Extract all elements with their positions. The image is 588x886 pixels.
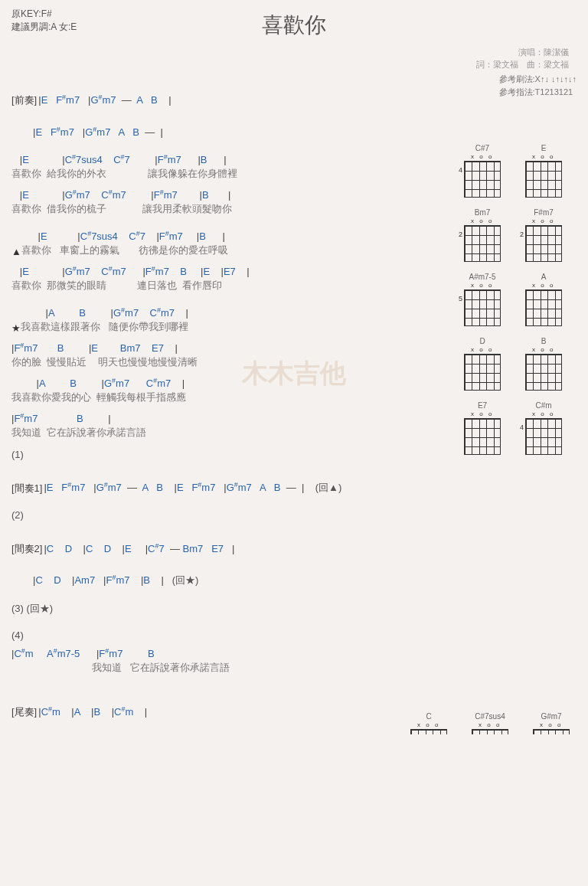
chord-diagram: Bm7x o o2	[459, 208, 505, 262]
intro-line-2: |E F#m7 |G#m7 A B — |	[33, 112, 577, 139]
chord-name: Bm7	[459, 208, 505, 217]
chord-name: G#m7	[528, 712, 574, 721]
chord-name: A	[521, 273, 567, 281]
lyric-line: 喜歡你 那微笑的眼睛 連日落也 看作唇印	[11, 279, 250, 293]
chord-line: |E F#m7 |G#m7 A B — |	[33, 126, 163, 139]
section-label: [尾奏]	[11, 705, 37, 719]
lyric-line: 我喜歡你愛我的心 輕觸我每根手指感應	[11, 391, 186, 404]
chord-diagram: F#m7x o o2	[521, 208, 567, 262]
sequence-2: (2)	[11, 509, 577, 521]
open-mute: x o o	[459, 346, 505, 353]
chord-diagram: Ax o o	[521, 273, 567, 326]
fretboard-icon	[464, 418, 501, 455]
chord-line: |C#m |A |B |C#m |	[38, 705, 147, 719]
chord-name: C#7sus4	[467, 712, 513, 721]
chord-line: |A B |G#m7 C#m7 |	[21, 306, 188, 320]
open-mute: x o o	[521, 346, 567, 353]
fretboard-icon: 4	[525, 418, 562, 455]
lyric-line: 喜歡你 車窗上的霧氣 彷彿是你的愛在呼吸	[21, 244, 228, 257]
chord-name: A#m7-5	[459, 273, 505, 281]
fret-number: 4	[520, 423, 524, 431]
header: 原KEY:F# 建議男調:A 女:E 喜歡你 演唱：陳潔儀 詞：梁文福 曲：梁文…	[0, 0, 588, 75]
chord-name: E	[521, 144, 567, 152]
section-marker: ▲	[11, 246, 21, 257]
open-mute: x o o	[459, 153, 505, 160]
chord-name: C#7	[459, 144, 505, 152]
chord-diagram: Dx o o	[459, 337, 505, 391]
fretboard-icon	[525, 354, 562, 391]
open-mute: x o o	[528, 721, 574, 728]
intro-line-1: [前奏] |E F#m7 |G#m7 — A B |	[11, 80, 577, 107]
interlude-2b: |C D |Am7 |F#m7 |B | (回★)	[33, 561, 577, 588]
chord-name: D	[459, 337, 505, 345]
lyric-line: 喜歡你 借我你的梳子 讓我用柔軟頭髮吻你	[11, 202, 232, 216]
fret-number: 2	[459, 230, 462, 238]
sequence-3: (3) (回★)	[11, 602, 577, 616]
chord-diagrams: C#7x o o4Ex o oBm7x o o2F#m7x o o2A#m7-5…	[459, 144, 574, 466]
fret-number: 5	[459, 295, 462, 302]
chord-diagram: G#m7x o o4	[528, 712, 574, 734]
fretboard-icon: 4	[533, 729, 570, 734]
fretboard-icon: 4	[472, 729, 508, 734]
chord-line: |A B |G#m7 C#m7 |	[11, 377, 186, 391]
open-mute: x o o	[521, 282, 567, 289]
chord-line: |E |C#7sus4 C#7 |F#m7 |B |	[11, 153, 237, 167]
chord-line: |E |G#m7 C#m7 |F#m7 B |E |E7 |	[11, 265, 250, 279]
section-label: [間奏1]	[11, 482, 42, 495]
open-mute: x o o	[521, 153, 567, 160]
section-label: [前奏]	[11, 93, 37, 107]
open-mute: x o o	[459, 217, 505, 224]
open-mute: x o o	[406, 721, 452, 728]
finger-pattern: 參考指法:T1213121	[499, 86, 577, 99]
fretboard-icon	[410, 729, 447, 734]
ending-line: |C#m A#m7-5 |F#m7 B 我知道 它在訴說著你承諾言語	[11, 647, 577, 675]
lyric-line: 喜歡你 給我你的外衣 讓我像躲在你身體裡	[11, 167, 237, 181]
chord-line: |E F#m7 |G#m7 — A B |	[38, 93, 171, 107]
chord-line: |C#m A#m7-5 |F#m7 B	[11, 647, 230, 661]
open-mute: x o o	[459, 410, 505, 417]
fretboard-icon: 2	[525, 225, 562, 262]
chord-diagram: E7x o o	[459, 401, 505, 455]
diagram-row: E7x o oC#mx o o4	[459, 401, 574, 455]
fret-number: 4	[459, 166, 462, 174]
chord-line: |E |C#7sus4 C#7 |F#m7 |B |	[21, 230, 228, 244]
chord-name: C#m	[521, 401, 567, 410]
diagram-row: Dx o oBx o o	[459, 337, 574, 391]
chord-diagram: Bx o o	[521, 337, 567, 391]
song-title: 喜歡你	[11, 11, 577, 40]
fretboard-icon	[525, 161, 562, 198]
diagram-row: A#m7-5x o o5Ax o o	[459, 273, 574, 326]
fretboard-icon	[525, 289, 562, 326]
chord-line: |E |G#m7 C#m7 |F#m7 |B |	[11, 188, 232, 202]
fret-number: 2	[520, 230, 524, 238]
open-mute: x o o	[467, 721, 513, 728]
chord-line: |C D |Am7 |F#m7 |B | (回★)	[33, 574, 198, 587]
chord-name: F#m7	[521, 208, 567, 217]
fretboard-icon: 4	[464, 161, 501, 198]
fretboard-icon	[464, 354, 501, 391]
chord-diagram: C#7x o o4	[459, 144, 505, 198]
reference-patterns: 參考刷法:X↑↓ ↓↑↓↑↓↑ 參考指法:T1213121	[499, 73, 577, 98]
open-mute: x o o	[521, 410, 567, 417]
open-mute: x o o	[521, 217, 567, 224]
chord-diagram: Ex o o	[521, 144, 567, 198]
section-label: [間奏2]	[11, 542, 42, 556]
chord-name: B	[521, 337, 567, 345]
chord-line: |F#m7 B |	[11, 412, 146, 426]
strum-pattern: 參考刷法:X↑↓ ↓↑↓↑↓↑	[499, 73, 577, 86]
interlude-1: [間奏1] |E F#m7 |G#m7 — A B |E F#m7 |G#m7 …	[11, 468, 577, 495]
chord-diagram: C#mx o o4	[521, 401, 567, 455]
section-marker: ★	[11, 322, 21, 334]
chord-diagrams-row: Cx o oC#7sus4x o o4G#m7x o o4	[406, 712, 574, 734]
lyric-line: 你的臉 慢慢貼近 明天也慢慢地慢慢清晰	[11, 355, 198, 369]
fretboard-icon: 2	[464, 225, 501, 262]
diagram-row: C#7x o o4Ex o o	[459, 144, 574, 198]
open-mute: x o o	[459, 282, 505, 289]
chord-diagram: C#7sus4x o o4	[467, 712, 513, 734]
chord-line: |E F#m7 |G#m7 — A B |E F#m7 |G#m7 A B — …	[44, 481, 341, 495]
chord-diagram: A#m7-5x o o5	[459, 273, 505, 326]
chord-name: C	[406, 712, 452, 721]
chord-name: E7	[459, 401, 505, 410]
interlude-2a: [間奏2] |C D |C D |E |C#7 — Bm7 E7 |	[11, 528, 577, 556]
sequence-4: (4)	[11, 629, 577, 641]
